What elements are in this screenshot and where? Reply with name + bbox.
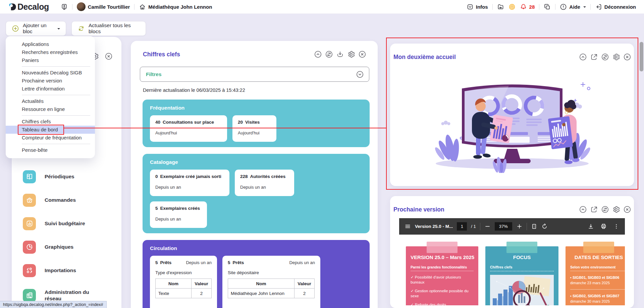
close-icon[interactable] (358, 50, 366, 58)
stat-card: 20Visites Aujourd'hui (232, 115, 276, 142)
refresh-icon[interactable] (325, 50, 333, 58)
user-name: Camille Tourtillier (88, 4, 130, 10)
notifications-button[interactable]: 28 (520, 3, 535, 10)
fit-page-icon[interactable] (531, 223, 537, 230)
page-number-input[interactable]: 1 (457, 222, 467, 231)
broadcast-icon[interactable] (508, 3, 516, 10)
infos-button[interactable]: Infos (467, 3, 488, 10)
release-environments: SIGB02, SIGB05 et SIGB07 (570, 294, 625, 299)
refresh-icon[interactable] (601, 205, 609, 213)
menu-icon[interactable] (405, 223, 411, 230)
stat-card: 5Exemplaires créés Depuis un an (150, 201, 207, 228)
block-actions (579, 53, 631, 61)
download-icon[interactable] (588, 223, 594, 230)
download-icon[interactable] (336, 50, 344, 58)
stat-period: Depuis un an (155, 185, 224, 190)
menu-divider (22, 115, 90, 116)
menu-item-nouveautes-decalog-sigb[interactable]: Nouveautés Decalog SIGB (6, 69, 95, 77)
add-block-label: Ajouter un bloc (23, 22, 53, 35)
header-actions: Infos 28 Aide Déconnexion (467, 3, 636, 10)
workspace-icon[interactable] (61, 3, 68, 10)
filters-label: Filtres (146, 71, 162, 77)
close-icon[interactable] (623, 53, 631, 61)
menu-item-tableau-de-bord[interactable]: Tableau de bord (6, 126, 95, 134)
circulation-panel: Circulation 5Prêts Depuis un an Type d'e… (143, 240, 370, 308)
slide-subtitle: Selon votre environnement (570, 265, 625, 271)
pdf-doc-title: Version 25.0 - M... (415, 224, 453, 229)
stat-label: Prêts (233, 260, 244, 265)
gear-icon[interactable] (612, 53, 620, 61)
circulation-table: Nom Valeur Texte 2 (155, 279, 212, 298)
block-header: Prochaine version (390, 196, 634, 213)
menu-item-recherches-enregistrees[interactable]: Recherches enregistrées (6, 48, 95, 56)
menu-item-pense-bete[interactable]: Pense-bête (6, 146, 95, 154)
cell-value: 2 (192, 289, 212, 298)
block-title: Chiffres clefs (143, 51, 180, 58)
open-external-icon[interactable] (590, 205, 598, 213)
sidebar-item-periodiques[interactable]: Périodiques (23, 165, 117, 188)
collapse-icon[interactable] (579, 205, 587, 213)
menu-item-actualites[interactable]: Actualités (6, 97, 95, 105)
zoom-out-icon[interactable] (484, 223, 491, 230)
collapse-icon[interactable] (579, 53, 587, 61)
stat-period: Depuis un an (289, 260, 315, 265)
block-title: Mon deuxième accueil (393, 54, 456, 61)
menu-item-compteur-de-frequentation[interactable]: Compteur de fréquentation (6, 134, 95, 142)
frequentation-panel: Fréquentation 40Consultations sur place … (143, 100, 370, 147)
menu-item-paniers[interactable]: Paniers (6, 56, 95, 64)
refresh-icon[interactable] (601, 53, 609, 61)
slide-item: Possibilité d'avoir plusieurs bureaux (411, 275, 474, 285)
chevron-down-icon (356, 70, 364, 78)
sidebar-item-commandes[interactable]: Commandes (23, 188, 117, 212)
panel-title: Fréquentation (150, 105, 362, 111)
menu-item-applications[interactable]: Applications (6, 40, 95, 48)
print-icon[interactable] (600, 223, 607, 230)
pdf-toolbar-right (588, 223, 620, 230)
site-selector[interactable]: Médiathèque John Lennon (139, 3, 212, 10)
menu-item-ressource-en-ligne[interactable]: Ressource en ligne (6, 105, 95, 113)
close-icon[interactable] (105, 52, 113, 60)
decalog-logo[interactable]: Decalog (8, 2, 49, 12)
cell-value: 2 (294, 289, 315, 298)
add-block-button[interactable]: Ajouter un bloc (6, 21, 66, 36)
help-menu[interactable]: Aide (560, 3, 586, 10)
zoom-in-icon[interactable] (516, 223, 523, 230)
gear-icon[interactable] (347, 50, 355, 58)
book-icon (23, 170, 36, 183)
menu-divider (22, 95, 90, 95)
slide-subtitle: Parmi les grandes fonctionnalités (411, 265, 474, 271)
header-divider (72, 4, 72, 10)
sidebar-item-graphiques[interactable]: Graphiques (23, 235, 117, 259)
slide-title: FOCUS (490, 254, 554, 260)
pdf-viewer: Version 25.0 - M... 1 / 1 37% (399, 218, 625, 305)
stat-card: 0Exemplaire créé jamais sorti Depuis un … (150, 170, 229, 196)
open-external-icon[interactable] (590, 53, 598, 61)
filters-accordion[interactable]: Filtres (140, 67, 369, 82)
gear-icon[interactable] (612, 205, 620, 213)
refresh-all-blocks-button[interactable]: Actualiser tous les blocs (71, 21, 146, 36)
scrollbar-thumb[interactable] (640, 42, 643, 71)
rotate-icon[interactable] (541, 223, 548, 230)
import-icon (23, 264, 36, 277)
block-header: Mon deuxième accueil (390, 44, 634, 61)
prochaine-version-block: Prochaine version Version 25.0 - M... 1 … (390, 196, 634, 308)
folder-icon[interactable] (497, 3, 504, 10)
slide-tab (427, 242, 458, 253)
more-icon[interactable] (613, 223, 620, 230)
user-menu[interactable]: Camille Tourtillier (77, 2, 130, 11)
help-label: Aide (569, 4, 580, 10)
stat-label: Visites (245, 120, 260, 125)
menu-item-chiffres-clefs[interactable]: Chiffres clefs (6, 118, 95, 126)
menu-item-lettre-d-information[interactable]: Lettre d'information (6, 85, 95, 93)
close-icon[interactable] (623, 205, 631, 213)
menu-item-prochaine-version[interactable]: Prochaine version (6, 77, 95, 85)
stat-value: 5 (228, 260, 230, 265)
copy-icon[interactable] (544, 3, 551, 10)
collapse-icon[interactable] (314, 50, 322, 58)
zoom-level[interactable]: 37% (495, 222, 512, 231)
sidebar-item-suivi-budgetaire[interactable]: Suivi budgétaire (23, 212, 117, 235)
release-date: dimanche 23 mars 2025 (570, 281, 625, 286)
logout-button[interactable]: Déconnexion (595, 3, 636, 10)
stat-period: Aujourd'hui (238, 130, 271, 135)
sidebar-item-importations[interactable]: Importations (23, 259, 117, 282)
